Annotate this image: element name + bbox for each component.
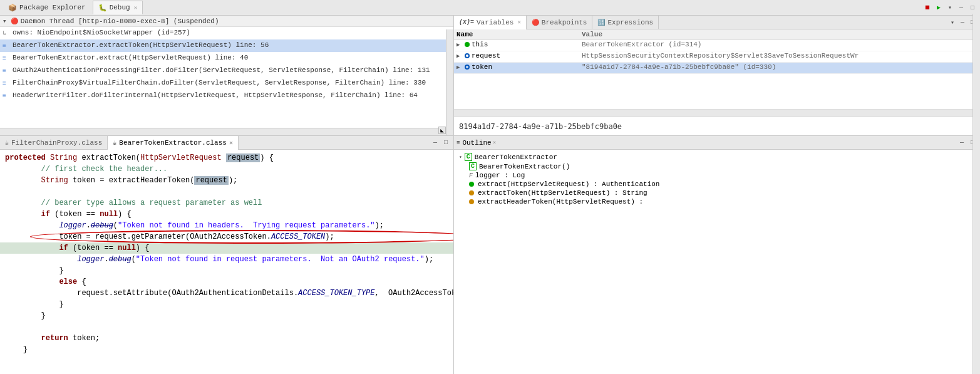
stack-text-5: HeaderWriterFilter.doFilterInternal(Http…	[13, 90, 451, 100]
owns-icon: ↳	[3, 29, 13, 39]
outline-item-field-logger[interactable]: F logger : Log	[469, 171, 975, 180]
breakpoints-icon: 🔴	[532, 19, 539, 26]
constructor-type-icon: C	[469, 162, 477, 170]
dot-token	[465, 65, 470, 70]
outline-item-method-extractheadertoken[interactable]: extractHeaderToken(HttpServletRequest) :	[469, 197, 975, 206]
outline-panel: ≡ Outline ✕ — □ ▾ C BearerTokenExtractor…	[454, 136, 980, 374]
var-header-value: Value	[582, 31, 602, 38]
tab-debug[interactable]: 🐛 Debug ✕	[93, 1, 143, 14]
stack-scrollbar[interactable]	[446, 29, 453, 135]
code-line-encircled: token = request.getParameter(OAuth2Acces…	[0, 231, 453, 242]
stack-text-2: BearerTokenExtractor.extract(HttpServlet…	[13, 53, 451, 63]
tab-label-package-explorer: Package Explorer	[19, 4, 86, 11]
toolbar-stop-icon[interactable]: ⏹	[922, 3, 932, 13]
outline-item-method-extracttoken[interactable]: extractToken(HttpServletRequest) : Strin…	[469, 189, 975, 197]
code-line-14: }	[0, 299, 453, 310]
code-line-7: logger.debug("Token not found in headers…	[0, 220, 453, 231]
dot-this	[465, 42, 470, 47]
frame-icon-1: ≡	[3, 41, 13, 51]
tab-breakpoints[interactable]: 🔴 Breakpoints	[527, 16, 593, 29]
code-text-5: // bearer type allows a request paramete…	[5, 197, 448, 209]
toolbar-resume-icon[interactable]: ▶	[934, 3, 944, 13]
editor-content[interactable]: protected String extractToken(HttpServle…	[0, 150, 453, 374]
outline-item-class[interactable]: ▾ C BearerTokenExtractor	[459, 152, 975, 162]
method-pkg-icon-2	[469, 199, 474, 204]
stack-item-3[interactable]: ≡ OAuth2AuthenticationProcessingFilter.d…	[0, 65, 453, 77]
expand-arrow-request[interactable]: ▶	[456, 53, 463, 60]
code-line-2: // first check the header...	[0, 164, 453, 175]
var-value-token: "8194a1d7-2784-4a9e-a71b-25bebfc9ba0e" (…	[582, 63, 977, 71]
stack-item-2[interactable]: ≡ BearerTokenExtractor.extract(HttpServl…	[0, 52, 453, 65]
tab-label-expressions: Expressions	[607, 19, 653, 26]
code-line-5: // bearer type allows a request paramete…	[0, 197, 453, 209]
var-label-token: token	[472, 63, 492, 71]
outline-close-icon[interactable]: ✕	[493, 139, 496, 146]
code-text-10: logger.debug("Token not found in request…	[5, 254, 448, 265]
package-icon: 📦	[8, 4, 17, 12]
tab-variables[interactable]: (x)= Variables ✕	[454, 16, 527, 29]
outline-item-constructor[interactable]: C BearerTokenExtractor()	[469, 162, 975, 171]
stack-content[interactable]: ↳ owns: NioEndpoint$NioSocketWrapper (id…	[0, 27, 453, 133]
var-row-this[interactable]: ▶ this BearerTokenExtractor (id=314)	[454, 40, 980, 51]
editor-min-icon[interactable]: —	[430, 138, 440, 148]
class-type-icon: C	[465, 153, 472, 161]
stack-item-0[interactable]: ↳ owns: NioEndpoint$NioSocketWrapper (id…	[0, 27, 453, 39]
stack-item-5[interactable]: ≡ HeaderWriterFilter.doFilterInternal(Ht…	[0, 90, 453, 102]
stack-item-4[interactable]: ≡ FilterChainProxy$VirtualFilterChain.do…	[0, 77, 453, 90]
tab-expressions[interactable]: 🔢 Expressions	[592, 16, 659, 29]
outline-content: ▾ C BearerTokenExtractor C BearerTokenEx…	[454, 150, 980, 374]
close-icon-variables[interactable]: ✕	[517, 19, 520, 26]
frame-icon-2: ≡	[3, 54, 13, 64]
editor-tab-bearertokenextractor[interactable]: ☕ BearerTokenExtractor.class ✕	[108, 136, 239, 150]
toolbar-minimize-icon[interactable]: —	[956, 3, 966, 13]
close-icon[interactable]: ✕	[134, 4, 137, 11]
code-line-13: request.setAttribute(OAuth2Authenticatio…	[0, 288, 453, 299]
stack-header: ▾ 🔴 Daemon Thread [http-nio-8080-exec-8]…	[0, 16, 453, 27]
value-preview: 8194a1d7-2784-4a9e-a71b-25bebfc9ba0e	[454, 117, 980, 135]
stack-hscrollbar[interactable]: ◣	[0, 128, 446, 135]
outline-min-icon[interactable]: —	[957, 138, 967, 148]
stack-item-1[interactable]: ≡ BearerTokenExtractor.extractToken(Http…	[0, 39, 453, 52]
thread-expand-icon[interactable]: ▾	[3, 17, 7, 25]
var-row-token[interactable]: ▶ token "8194a1d7-2784-4a9e-a71b-25bebfc…	[454, 63, 980, 74]
vars-view-menu-icon[interactable]: ▾	[947, 18, 957, 28]
expand-arrow-token[interactable]: ▶	[456, 64, 463, 71]
outline-icon: ≡	[456, 140, 460, 146]
code-text-14: }	[5, 299, 448, 310]
outline-item-method-extract[interactable]: extract(HttpServletRequest) : Authentica…	[469, 180, 975, 189]
stack-text-1: BearerTokenExtractor.extractToken(HttpSe…	[13, 40, 451, 50]
var-value-text-request: HttpSessionSecurityContextRepository$Ser…	[582, 52, 859, 60]
variables-header: Name Value	[454, 29, 980, 40]
code-text-9: if (token == null) {	[5, 242, 448, 254]
var-name-request: ▶ request	[456, 52, 582, 60]
variables-panel: (x)= Variables ✕ 🔴 Breakpoints 🔢 Express…	[454, 16, 980, 136]
var-scrollbar-h[interactable]	[454, 109, 980, 117]
expand-arrow-this[interactable]: ▶	[456, 41, 463, 48]
class-expand-icon[interactable]: ▾	[459, 154, 462, 160]
value-preview-text: 8194a1d7-2784-4a9e-a71b-25bebfc9ba0e	[459, 122, 622, 131]
toolbar-dropdown-icon[interactable]: ▾	[945, 3, 955, 13]
toolbar-maximize-icon[interactable]: □	[967, 3, 977, 13]
var-name-token: ▶ token	[456, 63, 582, 71]
code-line-3: String token = extractHeaderToken(reques…	[0, 175, 453, 186]
editor-tab-filterchainproxy[interactable]: ☕ FilterChainProxy.class	[0, 136, 108, 150]
variables-icon: (x)=	[459, 19, 474, 26]
editor-max-icon[interactable]: □	[441, 138, 451, 148]
code-line-15: }	[0, 310, 453, 321]
var-value-text-this: BearerTokenExtractor (id=314)	[582, 41, 701, 48]
editor-tab-close[interactable]: ✕	[229, 139, 233, 147]
editor-tabs: ☕ FilterChainProxy.class ☕ BearerTokenEx…	[0, 136, 453, 150]
frame-icon-5: ≡	[3, 91, 13, 101]
expressions-icon: 🔢	[597, 19, 605, 26]
outline-field-label: logger : Log	[475, 172, 525, 179]
tab-package-explorer[interactable]: 📦 Package Explorer	[3, 1, 91, 14]
outline-method-extracttoken-label: extractToken(HttpServletRequest) : Strin…	[478, 189, 647, 197]
dot-request	[465, 53, 470, 58]
var-value-text-token: "8194a1d7-2784-4a9e-a71b-25bebfc9ba0e" (…	[582, 63, 776, 71]
var-row-request[interactable]: ▶ request HttpSessionSecurityContextRepo…	[454, 51, 980, 63]
code-text-16	[5, 321, 448, 333]
vars-min-icon[interactable]: —	[957, 18, 967, 28]
tab-label-variables: Variables	[477, 19, 513, 26]
tab-label-breakpoints: Breakpoints	[542, 19, 587, 26]
var-header-name: Name	[456, 31, 473, 38]
